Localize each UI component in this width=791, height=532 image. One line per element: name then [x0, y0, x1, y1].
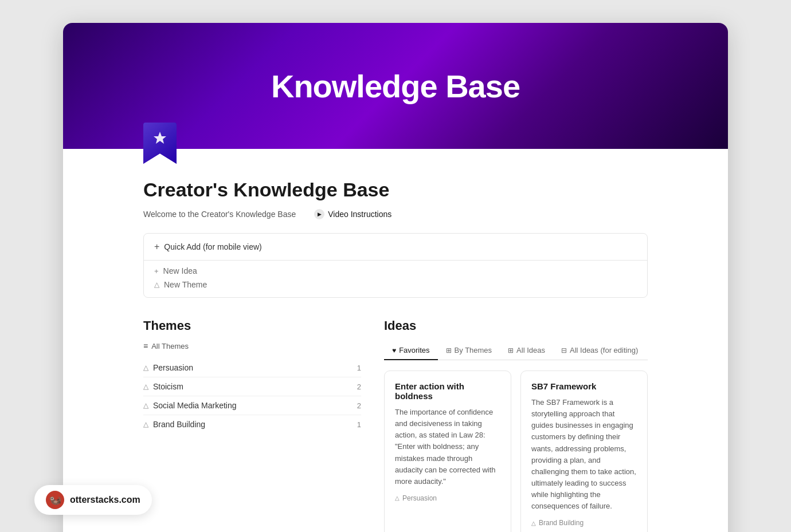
quick-add-plus-icon: + — [154, 242, 159, 252]
quick-add-header[interactable]: + Quick Add (for mobile view) — [144, 234, 647, 261]
themes-column: Themes ≡ All Themes △ Persuasion 1 △ Sto… — [143, 318, 361, 532]
footer-url: otterstacks.com — [70, 495, 140, 505]
tab-all-ideas-editing-label: All Ideas (for editing) — [570, 346, 638, 354]
cards-grid: Enter action with boldness The importanc… — [384, 371, 648, 532]
card-tag-label: Persuasion — [402, 494, 437, 502]
ideas-column: Ideas ♥ Favorites ⊞ By Themes ⊞ All Idea… — [384, 318, 648, 532]
card-tag-icon: △ — [531, 520, 536, 526]
footer-avatar: 🦦 — [46, 491, 64, 509]
video-instructions-link[interactable]: ▶ Video Instructions — [314, 209, 391, 219]
idea-card[interactable]: Enter action with boldness The importanc… — [384, 371, 511, 532]
tab-all-ideas-label: All Ideas — [516, 346, 545, 354]
banner: Knowledge Base — [63, 23, 728, 149]
theme-row[interactable]: △ Social Media Marketing 2 — [143, 396, 361, 415]
card-tag-label: Brand Building — [539, 519, 584, 527]
theme-triangle-icon: △ — [143, 420, 148, 428]
all-ideas-editing-icon: ⊟ — [561, 346, 567, 354]
theme-triangle-icon: △ — [143, 364, 148, 372]
bookmark-icon — [143, 123, 177, 166]
card-body: The importance of confidence and decisiv… — [395, 407, 500, 487]
theme-name: Brand Building — [153, 420, 357, 429]
quick-add-label: Quick Add (for mobile view) — [164, 242, 261, 251]
theme-name: Social Media Marketing — [153, 401, 357, 410]
card-tag: △ Brand Building — [531, 519, 637, 527]
theme-count: 2 — [357, 383, 361, 391]
banner-title: Knowledge Base — [271, 68, 520, 105]
theme-row[interactable]: △ Persuasion 1 — [143, 358, 361, 377]
new-theme-item[interactable]: △ New Theme — [154, 280, 637, 289]
video-link-label: Video Instructions — [328, 210, 391, 219]
new-idea-plus-icon: + — [154, 267, 159, 275]
theme-triangle-icon: △ — [143, 401, 148, 409]
tab-by-themes-label: By Themes — [455, 346, 492, 354]
card-tag: △ Persuasion — [395, 494, 500, 502]
new-theme-label: New Theme — [164, 280, 207, 289]
theme-name: Stoicism — [153, 382, 357, 391]
page-subtitle: Welcome to the Creator's Knowledge Base — [143, 210, 296, 219]
card-title: Enter action with boldness — [395, 381, 500, 401]
main-content: Creator's Knowledge Base Welcome to the … — [63, 149, 728, 532]
quick-add-box: + Quick Add (for mobile view) + New Idea… — [143, 233, 648, 298]
ideas-section-title: Ideas — [384, 318, 648, 333]
by-themes-icon: ⊞ — [446, 346, 452, 354]
theme-triangle-icon: △ — [143, 383, 148, 391]
card-body: The SB7 Framework is a storytelling appr… — [531, 397, 637, 512]
two-col-layout: Themes ≡ All Themes △ Persuasion 1 △ Sto… — [143, 318, 648, 532]
tab-favorites[interactable]: ♥ Favorites — [384, 341, 438, 360]
footer-badge: 🦦 otterstacks.com — [34, 485, 152, 515]
all-themes-filter[interactable]: ≡ All Themes — [143, 341, 361, 350]
list-icon: ≡ — [143, 341, 148, 350]
tab-by-themes[interactable]: ⊞ By Themes — [438, 341, 500, 360]
page-meta: Welcome to the Creator's Knowledge Base … — [143, 209, 648, 219]
app-window: Knowledge Base Creator's Knowledge Base … — [63, 23, 728, 532]
theme-row[interactable]: △ Stoicism 2 — [143, 377, 361, 396]
footer-emoji: 🦦 — [49, 494, 61, 506]
theme-count: 1 — [357, 420, 361, 429]
theme-name: Persuasion — [153, 363, 357, 372]
card-tag-icon: △ — [395, 495, 400, 501]
tab-favorites-label: Favorites — [399, 346, 429, 354]
new-idea-label: New Idea — [163, 266, 197, 275]
card-title: SB7 Framework — [531, 381, 637, 391]
themes-section-title: Themes — [143, 318, 361, 333]
tab-all-ideas-editing[interactable]: ⊟ All Ideas (for editing) — [553, 341, 646, 360]
all-ideas-icon: ⊞ — [508, 346, 514, 354]
new-idea-item[interactable]: + New Idea — [154, 266, 637, 275]
favorites-icon: ♥ — [392, 346, 396, 354]
theme-count: 1 — [357, 364, 361, 372]
all-themes-label: All Themes — [151, 342, 189, 350]
play-icon: ▶ — [314, 209, 324, 219]
page-title: Creator's Knowledge Base — [143, 179, 648, 201]
quick-add-items: + New Idea △ New Theme — [144, 261, 647, 297]
idea-card[interactable]: SB7 Framework The SB7 Framework is a sto… — [520, 371, 648, 532]
theme-count: 2 — [357, 401, 361, 410]
tab-all-ideas[interactable]: ⊞ All Ideas — [500, 341, 553, 360]
theme-row[interactable]: △ Brand Building 1 — [143, 415, 361, 434]
ideas-tabs: ♥ Favorites ⊞ By Themes ⊞ All Ideas ⊟ Al… — [384, 341, 648, 360]
new-theme-triangle-icon: △ — [154, 281, 159, 289]
